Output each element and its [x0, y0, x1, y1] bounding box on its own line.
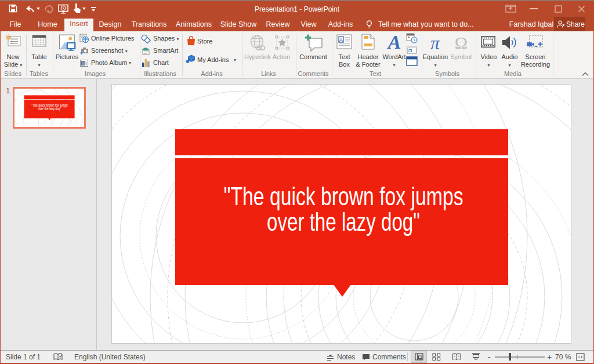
- svg-text:Ω: Ω: [455, 34, 468, 52]
- svg-text:"The quick brown fox jumps: "The quick brown fox jumps: [224, 183, 463, 210]
- svg-text:A: A: [387, 33, 401, 52]
- svg-text:π: π: [430, 34, 440, 52]
- svg-text:over the lazy dog": over the lazy dog": [267, 208, 420, 236]
- svg-text:over the lazy dog": over the lazy dog": [38, 107, 62, 111]
- svg-text:A: A: [339, 37, 343, 43]
